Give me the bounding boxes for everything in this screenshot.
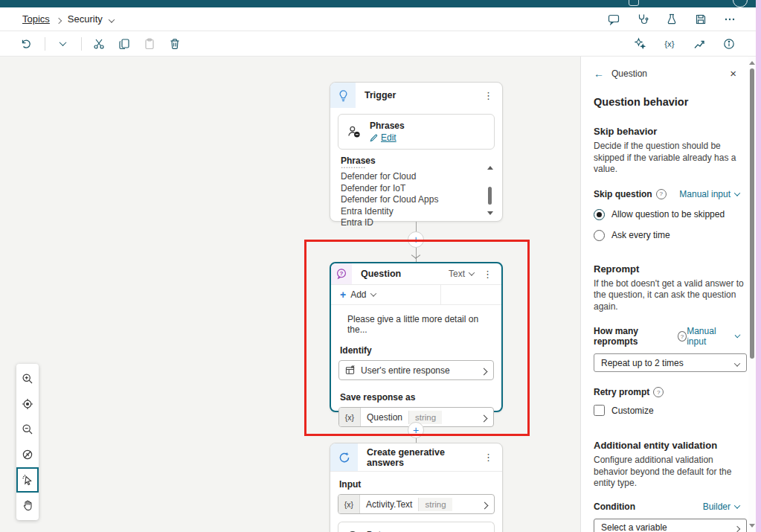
phrases-scrollbar[interactable] [487, 166, 493, 215]
skip-question-label: Skip question [594, 189, 652, 199]
insert-node-button[interactable]: + [408, 231, 424, 248]
topic-switcher-chevron-icon[interactable] [109, 13, 114, 26]
analytics-icon[interactable] [693, 37, 706, 51]
trigger-node[interactable]: Trigger ⋮ Phrases Edit [330, 82, 503, 222]
panel-scrollbar[interactable] [748, 57, 756, 532]
editor-main: Trigger ⋮ Phrases Edit [0, 57, 761, 532]
phrase-item: Entra Identity [341, 206, 495, 218]
chevron-right-icon [481, 364, 487, 377]
scroll-up-icon[interactable] [487, 166, 493, 170]
chevron-down-icon [370, 290, 376, 296]
question-node-menu-icon[interactable]: ⋮ [474, 269, 501, 280]
trigger-node-menu-icon[interactable]: ⋮ [475, 90, 502, 101]
scroll-down-icon[interactable] [487, 211, 493, 215]
reprompt-count-select[interactable]: Repeat up to 2 times [594, 353, 747, 372]
avatar[interactable] [733, 0, 748, 7]
phrase-item: Entra ID [341, 217, 495, 229]
reprompt-heading: Reprompt [594, 263, 741, 275]
edit-phrases-link[interactable]: Edit [381, 132, 396, 143]
identify-value: User's entire response [361, 365, 481, 376]
insert-node-button[interactable]: + [408, 422, 424, 438]
topic-checker-icon[interactable] [636, 13, 649, 25]
canvas-tool-palette [16, 364, 39, 520]
generative-answers-icon [330, 443, 358, 471]
svg-text:?: ? [340, 270, 344, 277]
phrases-clipped-item: .......... [341, 167, 423, 170]
select-tool-button[interactable] [16, 467, 39, 493]
breadcrumb-topics-link[interactable]: Topics [22, 13, 50, 25]
phrase-item: Defender for IoT [341, 183, 495, 195]
trigger-node-title: Trigger [365, 90, 475, 100]
info-icon[interactable] [722, 37, 736, 51]
variables-icon[interactable]: {x} [663, 37, 676, 51]
notification-icon[interactable] [629, 0, 639, 6]
question-type-dropdown[interactable]: Text [449, 269, 474, 279]
input-variable[interactable]: {x} Activity.Text string [338, 494, 495, 514]
scroll-up-icon[interactable] [749, 61, 755, 65]
phrases-people-icon [346, 124, 362, 140]
variable-name: Question [367, 412, 402, 423]
question-message-text[interactable]: Please give a little more detail on the.… [331, 305, 501, 338]
generative-answers-node[interactable]: Create generative answers ⋮ Input {x} Ac… [330, 443, 503, 532]
identify-entity-picker[interactable]: User's entire response [338, 360, 494, 380]
radio-allow-skip[interactable]: Allow question to be skipped [594, 209, 741, 220]
skip-question-mode-dropdown[interactable]: Manual input [679, 189, 739, 199]
authoring-canvas[interactable]: Trigger ⋮ Phrases Edit [0, 57, 580, 532]
add-button-label: Add [350, 289, 366, 300]
question-properties-panel: ← Question × Question behavior Skip beha… [580, 57, 748, 532]
help-icon[interactable]: ? [678, 331, 687, 342]
more-icon[interactable] [723, 13, 736, 25]
undo-icon[interactable] [19, 37, 33, 51]
scroll-thumb[interactable] [750, 68, 754, 359]
radio-ask-every-time[interactable]: Ask every time [594, 230, 741, 241]
reprompts-mode-dropdown[interactable]: Manual input [687, 326, 739, 347]
save-icon[interactable] [694, 13, 707, 25]
retry-prompt-label: Retry prompt [594, 387, 649, 397]
panel-back-label: Question [611, 68, 730, 79]
select-variable-input[interactable]: Select a variable [594, 519, 747, 532]
scroll-thumb[interactable] [488, 187, 492, 205]
screen-right-edge-strip [756, 0, 761, 532]
test-flask-icon[interactable] [665, 13, 678, 25]
scroll-down-icon[interactable] [749, 524, 755, 528]
question-add-row: + Add [331, 284, 501, 305]
copilot-sparkle-icon[interactable] [633, 37, 646, 51]
undo-history-chevron-icon[interactable] [56, 37, 69, 51]
help-icon[interactable]: ? [656, 189, 667, 199]
generative-node-title: Create generative answers [367, 447, 475, 468]
add-button[interactable]: + Add [331, 285, 441, 304]
cut-icon[interactable] [92, 37, 106, 51]
pan-tool-button[interactable] [16, 493, 39, 518]
plus-icon: + [340, 289, 346, 301]
panel-title: Question behavior [594, 96, 741, 108]
condition-mode-dropdown[interactable]: Builder [703, 501, 739, 512]
zoom-in-button[interactable] [16, 366, 39, 391]
breadcrumb-bar: Topics Security [0, 7, 761, 31]
question-bubble-icon: ? [331, 263, 352, 284]
data-sources-card[interactable]: Data sources [338, 522, 495, 532]
paste-icon [143, 37, 156, 51]
radio-label: Allow question to be skipped [611, 209, 725, 219]
center-canvas-button[interactable] [16, 391, 39, 417]
delete-icon[interactable] [168, 37, 182, 51]
chevron-right-icon [481, 411, 487, 424]
snap-toggle-button[interactable] [16, 442, 39, 467]
trigger-phrases-card[interactable]: Phrases Edit [338, 114, 495, 150]
close-panel-icon[interactable]: × [730, 67, 736, 80]
question-node[interactable]: ? Question Text ⋮ + Add Plea [330, 262, 503, 412]
select-variable-placeholder: Select a variable [601, 522, 735, 532]
copy-icon[interactable] [118, 37, 131, 51]
retry-customize-checkbox[interactable]: Customize [594, 405, 741, 416]
entity-icon [345, 365, 355, 375]
comment-icon[interactable] [607, 13, 620, 25]
checkbox-label: Customize [611, 406, 654, 416]
chevron-down-icon [734, 502, 740, 508]
help-icon[interactable]: ? [653, 387, 664, 397]
save-response-label: Save response as [331, 380, 501, 407]
variable-badge: {x} [339, 408, 361, 426]
zoom-out-button[interactable] [16, 417, 39, 442]
back-arrow-icon[interactable]: ← [594, 68, 604, 80]
question-type-value: Text [449, 269, 465, 279]
generative-node-menu-icon[interactable]: ⋮ [475, 452, 502, 463]
how-many-reprompts-label: How many reprompts [594, 326, 674, 347]
